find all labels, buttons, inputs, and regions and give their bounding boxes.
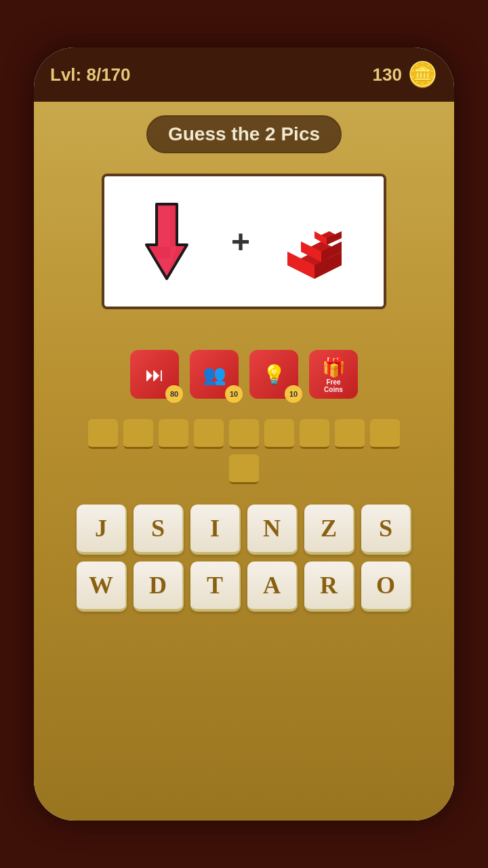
answer-slot-2[interactable] — [123, 419, 153, 449]
skip-icon: ⏭ — [145, 363, 164, 386]
letter-w: W — [89, 571, 113, 599]
letter-d: D — [149, 571, 167, 599]
arrow-down-icon — [133, 197, 201, 285]
letter-tile-w[interactable]: W — [77, 561, 127, 612]
title-badge: Guess the 2 Pics — [146, 115, 342, 153]
answer-slot-10[interactable] — [229, 454, 259, 484]
letter-row-1: J S I N Z S — [75, 505, 413, 555]
letter-a: A — [263, 571, 281, 599]
letter-r: R — [320, 571, 338, 599]
coin-icon: 🪙 — [407, 60, 438, 89]
ask-friend-badge: 10 — [225, 385, 243, 403]
answer-slot-4[interactable] — [194, 419, 224, 449]
hint-button[interactable]: 💡 10 — [249, 350, 298, 399]
letter-z: Z — [321, 514, 337, 542]
plus-sign: + — [231, 223, 250, 260]
letter-tile-i[interactable]: I — [190, 505, 241, 555]
coins-area: 130 🪙 — [373, 60, 438, 89]
answer-slot-6[interactable] — [264, 419, 294, 449]
letter-tile-s1[interactable]: S — [134, 505, 184, 555]
letter-tile-t[interactable]: T — [190, 561, 241, 612]
answer-slot-8[interactable] — [335, 419, 365, 449]
letter-tile-d[interactable]: D — [134, 561, 184, 612]
hint-icon: 💡 — [262, 363, 286, 386]
letter-s2: S — [379, 514, 392, 542]
hint-badge: 10 — [285, 385, 302, 403]
phone-frame: Lvl: 8/170 130 🪙 Guess the 2 Pics — [34, 47, 454, 821]
game-title: Guess the 2 Pics — [168, 123, 320, 144]
letter-n: N — [263, 514, 281, 542]
free-coins-label: FreeCoins — [324, 378, 343, 393]
stairs-3d-icon — [281, 204, 355, 279]
answer-slot-3[interactable] — [159, 419, 188, 449]
letter-grid: J S I N Z S W — [75, 505, 413, 612]
letter-j: J — [95, 514, 107, 542]
coins-count: 130 — [373, 64, 402, 85]
answer-slot-9[interactable] — [370, 419, 400, 449]
free-coins-button[interactable]: 🎁 FreeCoins — [309, 350, 358, 399]
ask-friend-icon: 👥 — [203, 363, 226, 386]
letter-s1: S — [151, 514, 165, 542]
letter-tile-o[interactable]: O — [361, 561, 411, 612]
answer-slots — [68, 419, 420, 484]
gift-icon: 🎁 — [322, 356, 346, 378]
letter-tile-s2[interactable]: S — [361, 505, 411, 555]
answer-slot-5[interactable] — [229, 419, 259, 449]
puzzle-content: + — [104, 191, 384, 292]
skip-badge: 80 — [165, 385, 183, 403]
powerups-row: ⏭ 80 👥 10 💡 10 🎁 FreeCoins — [130, 350, 358, 399]
letter-row-2: W D T A R O — [75, 561, 413, 612]
answer-slot-7[interactable] — [300, 419, 329, 449]
skip-button[interactable]: ⏭ 80 — [130, 350, 179, 399]
letter-tile-a[interactable]: A — [247, 561, 298, 612]
puzzle-frame: + — [102, 174, 386, 309]
top-bar: Lvl: 8/170 130 🪙 — [34, 47, 454, 102]
letter-o: O — [376, 571, 395, 599]
game-area: Guess the 2 Pics + — [34, 102, 454, 821]
letter-tile-n[interactable]: N — [247, 505, 298, 555]
letter-tile-j[interactable]: J — [77, 505, 127, 555]
letter-tile-z[interactable]: Z — [304, 505, 354, 555]
letter-tile-r[interactable]: R — [304, 561, 354, 612]
level-indicator: Lvl: 8/170 — [50, 64, 131, 85]
ask-friend-button[interactable]: 👥 10 — [190, 350, 239, 399]
letter-t: T — [207, 571, 223, 599]
letter-i: I — [210, 514, 220, 542]
answer-slot-1[interactable] — [88, 419, 118, 449]
